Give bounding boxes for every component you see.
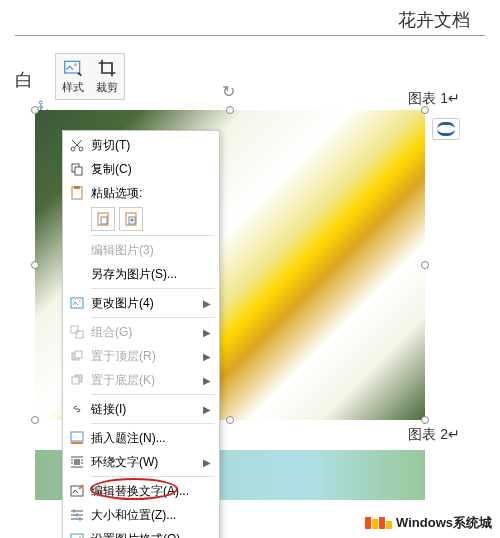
paste-option-1[interactable] xyxy=(91,207,115,231)
menu-label: 剪切(T) xyxy=(91,137,211,154)
svg-rect-18 xyxy=(75,351,82,358)
menu-edit-alt-text[interactable]: 编辑替换文字(A)... xyxy=(63,479,219,503)
menu-format-picture[interactable]: 设置图片格式(O)... xyxy=(63,527,219,538)
menu-label: 组合(G) xyxy=(91,324,199,341)
crop-icon xyxy=(97,58,117,78)
menu-paste-options-header: 粘贴选项: xyxy=(63,181,219,205)
caption-icon xyxy=(67,429,87,447)
svg-rect-7 xyxy=(74,186,80,189)
menu-label: 插入题注(N)... xyxy=(91,430,211,447)
caption-2: 图表 2↵ xyxy=(408,426,460,444)
svg-rect-21 xyxy=(71,432,83,441)
rotate-handle[interactable]: ↻ xyxy=(222,82,235,101)
menu-copy[interactable]: 复制(C) xyxy=(63,157,219,181)
menu-label: 编辑图片(3) xyxy=(91,242,211,259)
menu-label: 另存为图片(S)... xyxy=(91,266,211,283)
crop-button[interactable]: 裁剪 xyxy=(90,54,124,99)
cut-icon xyxy=(67,136,87,154)
style-icon xyxy=(63,58,83,78)
menu-label: 大小和位置(Z)... xyxy=(91,507,211,524)
group-icon xyxy=(67,323,87,341)
menu-label: 粘贴选项: xyxy=(91,185,211,202)
submenu-arrow: ▶ xyxy=(203,375,211,386)
menu-label: 设置图片格式(O)... xyxy=(91,531,211,539)
resize-handle[interactable] xyxy=(31,261,39,269)
menu-send-back: 置于底层(K) ▶ xyxy=(63,368,219,392)
send-back-icon xyxy=(67,371,87,389)
paste-options-row xyxy=(63,205,219,233)
menu-edit-picture: 编辑图片(3) xyxy=(63,238,219,262)
svg-rect-13 xyxy=(71,298,83,308)
menu-label: 编辑替换文字(A)... xyxy=(91,483,211,500)
submenu-arrow: ▶ xyxy=(203,404,211,415)
wrap-icon xyxy=(67,453,87,471)
watermark: Windows系统城 xyxy=(365,514,492,532)
menu-label: 链接(I) xyxy=(91,401,199,418)
svg-rect-25 xyxy=(71,534,83,538)
svg-rect-5 xyxy=(75,167,82,175)
svg-rect-22 xyxy=(71,442,83,444)
svg-point-1 xyxy=(74,63,77,66)
menu-label: 置于底层(K) xyxy=(91,372,199,389)
menu-group: 组合(G) ▶ xyxy=(63,320,219,344)
menu-label: 复制(C) xyxy=(91,161,211,178)
submenu-arrow: ▶ xyxy=(203,298,211,309)
menu-link[interactable]: 链接(I) ▶ xyxy=(63,397,219,421)
menu-label: 更改图片(4) xyxy=(91,295,199,312)
crop-label: 裁剪 xyxy=(96,80,118,95)
watermark-logo xyxy=(365,517,392,529)
svg-rect-20 xyxy=(72,377,79,384)
resize-handle[interactable] xyxy=(226,416,234,424)
svg-rect-15 xyxy=(71,326,78,333)
menu-cut[interactable]: 剪切(T) xyxy=(63,133,219,157)
svg-point-12 xyxy=(131,219,134,222)
resize-handle[interactable] xyxy=(421,261,429,269)
menu-size-position[interactable]: 大小和位置(Z)... xyxy=(63,503,219,527)
document-title: 花卉文档 xyxy=(398,8,470,32)
menu-insert-caption[interactable]: 插入题注(N)... xyxy=(63,426,219,450)
submenu-arrow: ▶ xyxy=(203,351,211,362)
svg-rect-16 xyxy=(76,331,83,338)
context-menu: 剪切(T) 复制(C) 粘贴选项: 编辑图片(3) 另存为图片(S)... 更改… xyxy=(62,130,220,538)
svg-rect-9 xyxy=(101,217,107,224)
paste-option-2[interactable] xyxy=(119,207,143,231)
copy-icon xyxy=(67,160,87,178)
paste-icon xyxy=(67,184,87,202)
link-icon xyxy=(67,400,87,418)
style-label: 样式 xyxy=(62,80,84,95)
format-toolbar: 样式 裁剪 xyxy=(55,53,125,100)
bring-front-icon xyxy=(67,347,87,365)
title-rule xyxy=(15,35,485,36)
watermark-brand: Windows系统城 xyxy=(396,514,492,532)
caption-1: 图表 1↵ xyxy=(408,90,460,108)
format-picture-icon xyxy=(67,530,87,538)
resize-handle[interactable] xyxy=(421,106,429,114)
svg-rect-0 xyxy=(65,61,80,73)
svg-point-14 xyxy=(79,300,81,302)
submenu-arrow: ▶ xyxy=(203,327,211,338)
menu-bring-front: 置于顶层(R) ▶ xyxy=(63,344,219,368)
svg-rect-23 xyxy=(74,459,80,465)
resize-handle[interactable] xyxy=(31,106,39,114)
menu-change-picture[interactable]: 更改图片(4) ▶ xyxy=(63,291,219,315)
size-position-icon xyxy=(67,506,87,524)
menu-label: 置于顶层(R) xyxy=(91,348,199,365)
resize-handle[interactable] xyxy=(226,106,234,114)
resize-handle[interactable] xyxy=(421,416,429,424)
alt-text-icon xyxy=(67,482,87,500)
layout-options-button[interactable] xyxy=(432,118,460,140)
left-text: 白 xyxy=(15,68,33,92)
change-picture-icon xyxy=(67,294,87,312)
menu-wrap-text[interactable]: 环绕文字(W) ▶ xyxy=(63,450,219,474)
submenu-arrow: ▶ xyxy=(203,457,211,468)
menu-save-as-picture[interactable]: 另存为图片(S)... xyxy=(63,262,219,286)
menu-label: 环绕文字(W) xyxy=(91,454,199,471)
resize-handle[interactable] xyxy=(31,416,39,424)
style-dropdown[interactable]: 样式 xyxy=(56,54,90,99)
